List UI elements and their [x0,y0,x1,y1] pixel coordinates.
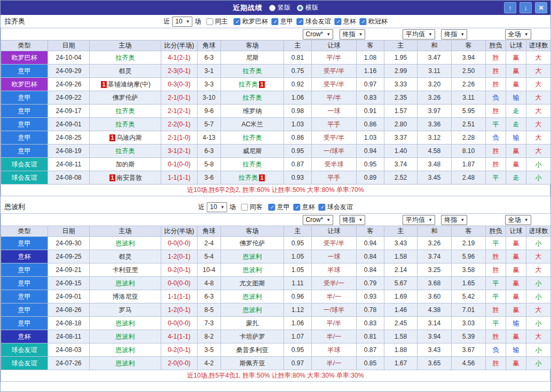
away-team-link[interactable]: 卡坦萨罗 [240,333,265,340]
recent-count-select[interactable]: 10 ▼ [207,202,227,212]
home-team-link[interactable]: 南安普敦 [116,174,142,181]
scope-select[interactable]: 全场▼ [505,29,531,39]
match-row: 球会友谊24-08-081南安普敦1-1(1-1)3-6拉齐奥10.93平手0.… [1,171,551,185]
league-filter-checkbox[interactable]: 意甲 [272,17,293,26]
home-team-cell: 博洛尼亚 [90,290,161,303]
scope-select[interactable]: 全场▼ [505,215,531,225]
away-team-link[interactable]: 尤文图斯 [240,279,265,287]
home-team-link[interactable]: 拉齐奥 [116,147,135,155]
result-handicap: 输 [506,91,526,105]
bookmaker-select[interactable]: Crow*▼ [303,29,334,39]
away-team-link[interactable]: 拉齐奥 [243,161,262,168]
league-filter-checkbox[interactable]: 欧冠杯 [360,17,388,26]
away-team-link[interactable]: 恩波利 [243,266,262,274]
euro-source-select[interactable]: 平均值▼ [403,215,435,225]
home-team-link[interactable]: 恩波利 [116,346,135,354]
home-team-link[interactable]: 都灵 [119,253,132,260]
column-header: 日期 [48,41,90,51]
league-filter-checkbox[interactable]: 意杯 [294,203,315,212]
corner-count: 6-3 [198,51,221,65]
league-filter-checkbox[interactable]: 球会友谊 [319,203,353,212]
layout-radio-horizontal[interactable]: 横版 [297,3,318,12]
home-team-link[interactable]: 恩波利 [116,359,135,367]
match-date: 24-08-26 [48,303,90,317]
recent-count-select[interactable]: 10 ▼ [172,17,192,27]
home-team-link[interactable]: 基辅迪纳摩(中) [108,81,151,88]
home-team-link[interactable]: 佛罗伦萨 [113,94,138,101]
match-score: 0-2(0-1) [161,263,198,277]
away-team-link[interactable]: 斯佩齐亚 [240,359,265,367]
away-team-link[interactable]: 拉齐奥 [239,174,258,181]
result-goals: 小 [526,158,551,171]
home-team-cell: 佛罗伦萨 [90,91,161,105]
league-filter-checkbox[interactable]: 意甲 [269,203,290,212]
away-team-link[interactable]: 拉齐奥 [243,134,262,141]
euro-stage-select[interactable]: 终指▼ [441,215,467,225]
league-filter-checkbox[interactable]: 球会友谊 [297,17,331,26]
games-label: 场 [230,203,236,212]
match-score: 0-0(0-0) [161,237,198,250]
scroll-up-button[interactable]: ↑ [504,2,516,13]
match-date: 24-08-11 [48,158,90,171]
asian-stage-select[interactable]: 终指▼ [340,215,366,225]
matches-table: Crow*▼ 终指▼ 平均值▼ 终指▼ 全场▼ 类型 日期 主场 比分(半场) [1,28,551,185]
away-team-cell: AC米兰 [221,118,284,131]
home-team-cell: 罗马 [90,303,161,317]
result-goals: 小 [526,277,551,290]
away-team-link[interactable]: 拉齐奥 [239,81,258,88]
away-team-link[interactable]: 威尼斯 [243,147,262,155]
away-team-link[interactable]: 桑普多利亚 [237,346,269,354]
result-wdl: 负 [486,91,506,105]
away-team-link[interactable]: 尼斯 [246,54,259,61]
layout-radio-vertical[interactable]: 竖版 [269,3,290,12]
home-team-link[interactable]: 罗马 [119,306,132,314]
euro-source-select[interactable]: 平均值▼ [403,29,435,39]
scroll-down-button[interactable]: ↓ [519,2,532,13]
home-team-link[interactable]: 加的斯 [116,161,135,168]
match-date: 24-09-01 [48,118,90,131]
result-wdl: 平 [486,290,506,303]
asian-stage-select[interactable]: 终指▼ [340,29,366,39]
away-team-link[interactable]: 拉齐奥 [243,67,262,75]
home-team-cell: 恩波利 [90,330,161,343]
home-team-link[interactable]: 乌迪内斯 [116,134,142,141]
bookmaker-select[interactable]: Crow*▼ [303,215,334,225]
home-team-link[interactable]: 恩波利 [116,319,135,327]
home-team-link[interactable]: 拉齐奥 [116,121,135,128]
home-team-link[interactable]: 拉齐奥 [116,54,135,61]
home-team-link[interactable]: 卡利亚里 [113,266,138,274]
away-team-link[interactable]: AC米兰 [241,121,263,128]
same-venue-checkbox[interactable]: 同客 [241,203,263,212]
home-team-link[interactable]: 拉齐奥 [116,107,135,115]
league-filter-checkbox[interactable]: 欧罗巴杯 [234,17,268,26]
home-team-link[interactable]: 恩波利 [116,333,135,340]
close-button[interactable]: ✕ [535,2,547,13]
result-handicap: 赢 [506,277,526,290]
asian-handicap: 受平/半 [312,237,357,250]
away-team-link[interactable]: 蒙扎 [246,319,259,327]
euro-home-odds: 1.40 [384,145,418,158]
same-venue-checkbox[interactable]: 同主 [207,17,228,26]
home-team-link[interactable]: 恩波利 [116,239,135,247]
away-team-link[interactable]: 维罗纳 [243,107,262,115]
asian-odds-controls: Crow*▼ 终指▼ [284,28,384,41]
result-handicap: 赢 [506,158,526,171]
away-team-link[interactable]: 佛罗伦萨 [240,239,265,247]
asian-home-odds: 0.81 [284,51,312,65]
away-team-link[interactable]: 拉齐奥 [243,94,262,101]
away-team-link[interactable]: 恩波利 [243,293,262,300]
away-team-link[interactable]: 恩波利 [243,306,262,314]
league-filter-checkbox[interactable]: 意杯 [335,17,356,26]
asian-handicap: 平/半 [312,51,357,65]
radio-icon [297,5,303,11]
away-team-cell: 尼斯 [221,51,284,65]
asian-away-odds: 0.94 [357,237,384,250]
euro-stage-select[interactable]: 终指▼ [441,29,467,39]
home-team-link[interactable]: 恩波利 [116,279,135,287]
home-team-link[interactable]: 博洛尼亚 [113,293,138,300]
result-goals: 大 [526,51,551,65]
home-team-link[interactable]: 都灵 [119,67,132,75]
away-team-link[interactable]: 恩波利 [243,253,262,260]
euro-away-odds: 5.42 [452,290,486,303]
match-score: 2-2(0-1) [161,118,198,131]
